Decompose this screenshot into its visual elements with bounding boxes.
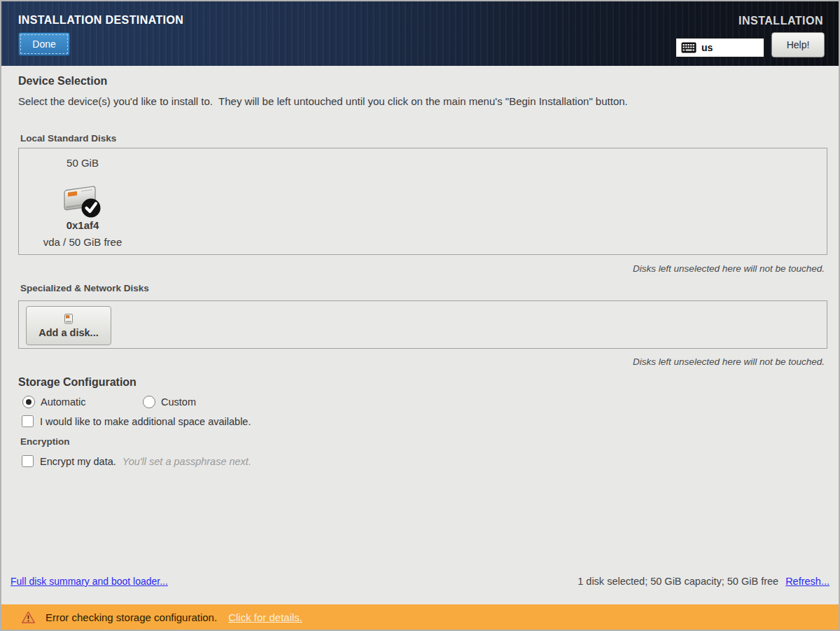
keyboard-icon: [681, 42, 696, 53]
add-disk-button[interactable]: Add a disk...: [26, 306, 111, 345]
device-selection-description: Select the device(s) you'd like to insta…: [18, 95, 628, 107]
hard-drive-selected-icon: [62, 183, 103, 219]
encrypt-label: Encrypt my data.: [40, 456, 116, 467]
disk-selection-status: 1 disk selected; 50 GiB capacity; 50 GiB…: [578, 576, 778, 587]
radio-automatic[interactable]: Automatic: [22, 396, 85, 408]
done-button[interactable]: Done: [18, 32, 70, 56]
encrypt-hint: You'll set a passphrase next.: [122, 456, 251, 467]
storage-config-heading: Storage Configuration: [18, 376, 136, 389]
additional-space-checkbox-row[interactable]: I would like to make additional space av…: [22, 415, 251, 427]
disk-tile-vda[interactable]: 50 GiB: [23, 157, 142, 248]
refresh-link[interactable]: Refresh...: [785, 576, 830, 587]
unselected-disks-note-2: Disks left unselected here will not be t…: [633, 356, 825, 367]
disk-size-label: 50 GiB: [66, 157, 99, 169]
encrypt-checkbox-row[interactable]: Encrypt my data. You'll set a passphrase…: [22, 455, 251, 467]
local-disks-label: Local Standard Disks: [20, 133, 116, 144]
add-disk-label: Add a disk...: [38, 327, 98, 338]
page-title: INSTALLATION DESTINATION: [18, 14, 183, 27]
header-bar: INSTALLATION DESTINATION Done INSTALLATI…: [1, 1, 839, 66]
radio-automatic-circle[interactable]: [22, 396, 35, 408]
full-disk-summary-link[interactable]: Full disk summary and boot loader...: [10, 576, 168, 587]
installer-window: INSTALLATION DESTINATION Done INSTALLATI…: [0, 0, 840, 631]
warning-details-link[interactable]: Click for details.: [228, 611, 302, 623]
encrypt-checkbox[interactable]: [22, 455, 34, 467]
additional-space-checkbox[interactable]: [22, 415, 34, 427]
local-disks-panel: 50 GiB: [18, 148, 827, 255]
help-button[interactable]: Help!: [771, 32, 825, 57]
radio-custom[interactable]: Custom: [143, 396, 196, 408]
radio-automatic-label: Automatic: [41, 396, 85, 408]
radio-custom-label: Custom: [161, 396, 196, 408]
disk-detail-label: vda / 50 GiB free: [43, 236, 122, 248]
keyboard-layout-indicator[interactable]: us: [676, 38, 764, 57]
hub-label: INSTALLATION: [738, 15, 823, 27]
keyboard-layout-label: us: [701, 42, 713, 53]
specialized-disks-label: Specialized & Network Disks: [20, 283, 149, 293]
additional-space-label: I would like to make additional space av…: [40, 416, 251, 427]
warning-icon: [21, 611, 36, 624]
footer-status-group: 1 disk selected; 50 GiB capacity; 50 GiB…: [578, 576, 830, 587]
warning-message: Error checking storage configuration.: [46, 611, 217, 623]
unselected-disks-note: Disks left unselected here will not be t…: [633, 263, 825, 274]
device-selection-heading: Device Selection: [18, 75, 107, 88]
specialized-disks-panel: Add a disk...: [18, 300, 827, 349]
encryption-label: Encryption: [20, 436, 70, 447]
disk-name-label: 0x1af4: [66, 219, 99, 231]
radio-custom-circle[interactable]: [143, 396, 155, 408]
warning-bar: Error checking storage configuration. Cl…: [1, 604, 839, 630]
small-disk-icon: [63, 313, 74, 325]
